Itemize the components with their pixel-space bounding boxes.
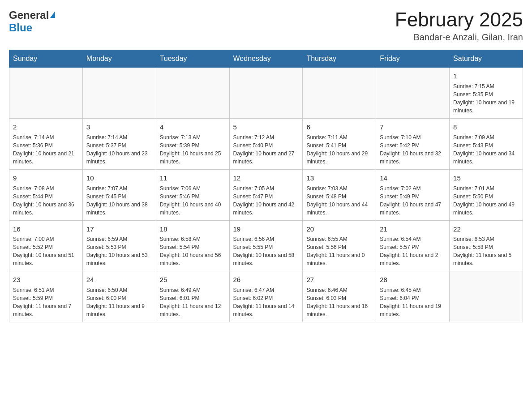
day-info: Sunrise: 6:51 AMSunset: 5:59 PMDaylight:… [13,286,79,318]
calendar-cell [229,68,303,119]
calendar-cell [303,68,376,119]
calendar-cell [82,68,156,119]
calendar-cell: 12Sunrise: 7:05 AMSunset: 5:47 PMDayligh… [229,169,303,220]
day-number: 2 [13,122,79,132]
day-info: Sunrise: 7:02 AMSunset: 5:49 PMDaylight:… [380,184,446,217]
day-info: Sunrise: 6:53 AMSunset: 5:58 PMDaylight:… [453,235,519,267]
day-number: 28 [380,275,446,285]
calendar-header-row: SundayMondayTuesdayWednesdayThursdayFrid… [9,50,523,68]
day-info: Sunrise: 6:58 AMSunset: 5:54 PMDaylight:… [160,235,226,267]
calendar-cell [376,68,450,119]
day-number: 8 [453,122,519,132]
day-number: 24 [86,275,152,285]
calendar-cell: 6Sunrise: 7:11 AMSunset: 5:41 PMDaylight… [303,119,376,170]
day-number: 11 [160,173,226,183]
calendar-cell: 11Sunrise: 7:06 AMSunset: 5:46 PMDayligh… [156,169,229,220]
day-info: Sunrise: 7:14 AMSunset: 5:37 PMDaylight:… [86,133,152,166]
day-number: 25 [160,275,226,285]
day-info: Sunrise: 7:09 AMSunset: 5:43 PMDaylight:… [453,133,519,166]
day-number: 17 [86,224,152,234]
day-info: Sunrise: 7:06 AMSunset: 5:46 PMDaylight:… [160,184,226,217]
weekday-header-friday: Friday [376,50,450,68]
day-number: 18 [160,224,226,234]
day-number: 23 [13,275,79,285]
day-info: Sunrise: 7:13 AMSunset: 5:39 PMDaylight:… [160,133,226,166]
calendar-week-5: 23Sunrise: 6:51 AMSunset: 5:59 PMDayligh… [9,271,523,322]
day-number: 4 [160,122,226,132]
day-info: Sunrise: 7:07 AMSunset: 5:45 PMDaylight:… [86,184,152,217]
weekday-header-thursday: Thursday [303,50,376,68]
day-number: 15 [453,173,519,183]
day-info: Sunrise: 7:11 AMSunset: 5:41 PMDaylight:… [306,133,372,166]
day-info: Sunrise: 7:12 AMSunset: 5:40 PMDaylight:… [233,133,299,166]
day-info: Sunrise: 7:05 AMSunset: 5:47 PMDaylight:… [233,184,299,217]
day-info: Sunrise: 6:50 AMSunset: 6:00 PMDaylight:… [86,286,152,318]
calendar-cell: 24Sunrise: 6:50 AMSunset: 6:00 PMDayligh… [82,271,156,322]
day-number: 16 [13,224,79,234]
day-info: Sunrise: 7:14 AMSunset: 5:36 PMDaylight:… [13,133,79,166]
day-number: 13 [306,173,372,183]
calendar-cell: 8Sunrise: 7:09 AMSunset: 5:43 PMDaylight… [450,119,523,170]
day-number: 7 [380,122,446,132]
day-number: 12 [233,173,299,183]
calendar-cell: 20Sunrise: 6:55 AMSunset: 5:56 PMDayligh… [303,220,376,271]
calendar-week-4: 16Sunrise: 7:00 AMSunset: 5:52 PMDayligh… [9,220,523,271]
calendar-cell [9,68,83,119]
logo-blue-text: Blue [9,21,32,34]
weekday-header-monday: Monday [82,50,156,68]
day-number: 9 [13,173,79,183]
day-number: 27 [306,275,372,285]
page-header: General Blue February 2025 Bandar-e Anza… [9,9,523,43]
calendar-cell: 17Sunrise: 6:59 AMSunset: 5:53 PMDayligh… [82,220,156,271]
day-number: 22 [453,224,519,234]
day-info: Sunrise: 6:45 AMSunset: 6:04 PMDaylight:… [380,286,446,318]
calendar-cell: 7Sunrise: 7:10 AMSunset: 5:42 PMDaylight… [376,119,450,170]
calendar-cell: 5Sunrise: 7:12 AMSunset: 5:40 PMDaylight… [229,119,303,170]
month-title: February 2025 [395,9,523,30]
day-number: 20 [306,224,372,234]
calendar-cell: 10Sunrise: 7:07 AMSunset: 5:45 PMDayligh… [82,169,156,220]
calendar-cell: 13Sunrise: 7:03 AMSunset: 5:48 PMDayligh… [303,169,376,220]
calendar-cell: 25Sunrise: 6:49 AMSunset: 6:01 PMDayligh… [156,271,229,322]
weekday-header-tuesday: Tuesday [156,50,229,68]
calendar-cell: 27Sunrise: 6:46 AMSunset: 6:03 PMDayligh… [303,271,376,322]
day-number: 1 [453,71,519,81]
day-number: 10 [86,173,152,183]
calendar-table: SundayMondayTuesdayWednesdayThursdayFrid… [9,50,523,322]
calendar-cell: 21Sunrise: 6:54 AMSunset: 5:57 PMDayligh… [376,220,450,271]
day-info: Sunrise: 7:03 AMSunset: 5:48 PMDaylight:… [306,184,372,217]
day-info: Sunrise: 6:46 AMSunset: 6:03 PMDaylight:… [306,286,372,318]
calendar-cell: 22Sunrise: 6:53 AMSunset: 5:58 PMDayligh… [450,220,523,271]
day-number: 6 [306,122,372,132]
logo-general-text: General [9,9,49,21]
day-number: 3 [86,122,152,132]
day-info: Sunrise: 6:59 AMSunset: 5:53 PMDaylight:… [86,235,152,267]
calendar-week-1: 1Sunrise: 7:15 AMSunset: 5:35 PMDaylight… [9,68,523,119]
day-info: Sunrise: 7:01 AMSunset: 5:50 PMDaylight:… [453,184,519,217]
calendar-cell: 23Sunrise: 6:51 AMSunset: 5:59 PMDayligh… [9,271,83,322]
calendar-cell: 16Sunrise: 7:00 AMSunset: 5:52 PMDayligh… [9,220,83,271]
calendar-cell: 19Sunrise: 6:56 AMSunset: 5:55 PMDayligh… [229,220,303,271]
day-info: Sunrise: 6:47 AMSunset: 6:02 PMDaylight:… [233,286,299,318]
weekday-header-sunday: Sunday [9,50,83,68]
calendar-week-3: 9Sunrise: 7:08 AMSunset: 5:44 PMDaylight… [9,169,523,220]
calendar-cell: 26Sunrise: 6:47 AMSunset: 6:02 PMDayligh… [229,271,303,322]
logo-arrow-icon [50,11,55,18]
calendar-cell: 18Sunrise: 6:58 AMSunset: 5:54 PMDayligh… [156,220,229,271]
calendar-cell [156,68,229,119]
day-info: Sunrise: 7:15 AMSunset: 5:35 PMDaylight:… [453,82,519,115]
calendar-cell: 28Sunrise: 6:45 AMSunset: 6:04 PMDayligh… [376,271,450,322]
calendar-cell: 3Sunrise: 7:14 AMSunset: 5:37 PMDaylight… [82,119,156,170]
calendar-cell: 15Sunrise: 7:01 AMSunset: 5:50 PMDayligh… [450,169,523,220]
day-info: Sunrise: 6:49 AMSunset: 6:01 PMDaylight:… [160,286,226,318]
calendar-cell: 9Sunrise: 7:08 AMSunset: 5:44 PMDaylight… [9,169,83,220]
day-number: 5 [233,122,299,132]
calendar-cell: 1Sunrise: 7:15 AMSunset: 5:35 PMDaylight… [450,68,523,119]
calendar-week-2: 2Sunrise: 7:14 AMSunset: 5:36 PMDaylight… [9,119,523,170]
day-info: Sunrise: 7:00 AMSunset: 5:52 PMDaylight:… [13,235,79,267]
day-info: Sunrise: 6:55 AMSunset: 5:56 PMDaylight:… [306,235,372,267]
day-number: 19 [233,224,299,234]
weekday-header-saturday: Saturday [450,50,523,68]
calendar-cell: 2Sunrise: 7:14 AMSunset: 5:36 PMDaylight… [9,119,83,170]
title-area: February 2025 Bandar-e Anzali, Gilan, Ir… [395,9,523,43]
